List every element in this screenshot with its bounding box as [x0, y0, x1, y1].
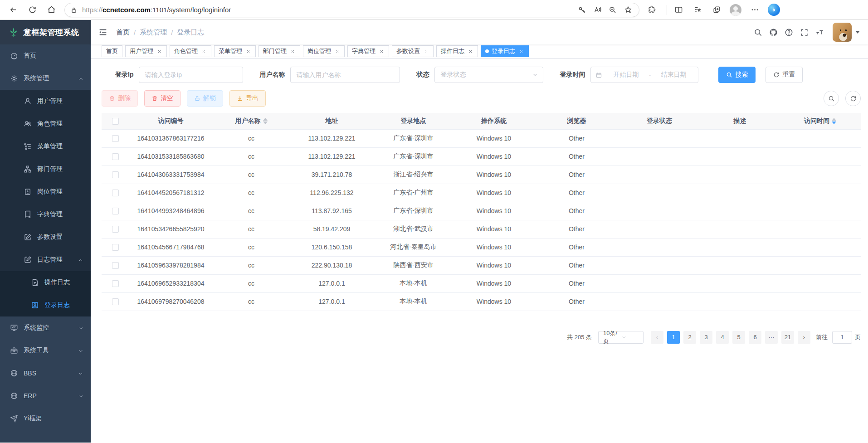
delete-button[interactable]: 删除: [102, 90, 138, 107]
clear-button[interactable]: 清空: [144, 90, 180, 107]
prev-page-button[interactable]: ‹: [651, 331, 663, 344]
table-row[interactable]: 1641031533185863680cc113.102.129.221广东省-…: [102, 147, 861, 166]
close-icon[interactable]: [378, 48, 385, 54]
sidebar-item[interactable]: 字典管理: [0, 203, 91, 226]
fullscreen-icon[interactable]: [796, 25, 812, 39]
toggle-search-button[interactable]: [824, 91, 839, 106]
table-row[interactable]: 1641059633978281984cc222.90.130.18陕西省-西安…: [102, 256, 861, 274]
read-aloud-icon[interactable]: [591, 4, 604, 16]
date-range-picker[interactable]: 开始日期 - 结束日期: [590, 67, 698, 83]
back-icon[interactable]: [5, 2, 21, 18]
page-button[interactable]: 21: [781, 331, 794, 344]
row-checkbox[interactable]: [112, 171, 119, 178]
table-row[interactable]: 1641054566717984768cc120.6.150.158河北省-秦皇…: [102, 238, 861, 256]
table-row[interactable]: 1641044520567181312cc112.96.225.132广东省-广…: [102, 184, 861, 202]
more-pages-button[interactable]: ···: [765, 331, 778, 344]
login-ip-input[interactable]: [139, 67, 243, 83]
sidebar-item[interactable]: 首页: [0, 44, 91, 67]
tab[interactable]: 菜单管理: [214, 45, 256, 57]
reset-button[interactable]: 重置: [766, 67, 803, 83]
tab[interactable]: 岗位管理: [303, 45, 345, 57]
row-checkbox[interactable]: [112, 262, 119, 269]
sidebar-item[interactable]: BBS: [0, 362, 91, 385]
tab[interactable]: 操作日志: [436, 45, 478, 57]
home-icon[interactable]: [44, 2, 59, 18]
page-button[interactable]: 1: [667, 331, 680, 344]
tab[interactable]: 登录日志: [481, 45, 529, 57]
sort-carets-icon[interactable]: [263, 118, 268, 124]
table-row[interactable]: 1641053426655825920cc58.19.42.209湖北省-武汉市…: [102, 220, 861, 238]
page-button[interactable]: 6: [749, 331, 761, 344]
column-header[interactable]: 访问时间: [780, 113, 861, 129]
row-checkbox[interactable]: [112, 226, 119, 233]
sidebar-item[interactable]: 菜单管理: [0, 135, 91, 158]
row-checkbox[interactable]: [112, 208, 119, 214]
more-icon[interactable]: [747, 2, 762, 18]
collections-icon[interactable]: [690, 2, 705, 18]
avatar[interactable]: [833, 23, 852, 42]
sidebar-item[interactable]: 日志管理: [0, 248, 91, 271]
row-checkbox[interactable]: [112, 280, 119, 287]
address-bar[interactable]: https://ccnetcore.com:1101/system/log/lo…: [64, 3, 639, 17]
table-row[interactable]: 1641069798270046208cc127.0.0.1本地-本机Windo…: [102, 292, 861, 311]
add-favorite-icon[interactable]: [622, 4, 634, 16]
column-header[interactable]: 用户名称: [213, 113, 290, 129]
help-icon[interactable]: [781, 25, 796, 39]
table-row[interactable]: 1641069652933218304cc127.0.0.1本地-本机Windo…: [102, 274, 861, 292]
github-icon[interactable]: [766, 25, 781, 39]
page-button[interactable]: 5: [732, 331, 745, 344]
table-row[interactable]: 1641044993248464896cc113.87.92.165广东省-深圳…: [102, 202, 861, 220]
page-button[interactable]: 4: [716, 331, 729, 344]
sidebar-item[interactable]: ERP: [0, 385, 91, 407]
caret-down-icon[interactable]: [855, 31, 860, 34]
sidebar-item[interactable]: 系统工具: [0, 339, 91, 362]
tab[interactable]: 字典管理: [347, 45, 389, 57]
row-checkbox[interactable]: [112, 135, 119, 142]
page-size-select[interactable]: 10条/页: [598, 331, 644, 344]
copilot-icon[interactable]: [766, 2, 781, 18]
duplicate-tab-icon[interactable]: [709, 2, 724, 18]
sidebar-item[interactable]: 角色管理: [0, 112, 91, 135]
tab[interactable]: 首页: [102, 45, 122, 57]
refresh-table-button[interactable]: [845, 91, 861, 106]
table-row[interactable]: 1641043063331753984cc39.171.210.78浙江省-绍兴…: [102, 166, 861, 184]
sidebar-item[interactable]: Yi框架: [0, 407, 91, 430]
sidebar-item[interactable]: 部门管理: [0, 158, 91, 180]
page-button[interactable]: 3: [700, 331, 712, 344]
close-icon[interactable]: [334, 48, 340, 54]
tab[interactable]: 用户管理: [125, 45, 167, 57]
close-icon[interactable]: [518, 48, 524, 54]
sidebar-item[interactable]: 登录日志: [0, 294, 91, 316]
page-button[interactable]: 2: [683, 331, 696, 344]
password-key-icon[interactable]: [575, 4, 588, 16]
split-screen-icon[interactable]: [671, 2, 686, 18]
sidebar-item[interactable]: 用户管理: [0, 90, 91, 112]
select-all-checkbox[interactable]: [112, 118, 119, 125]
search-icon[interactable]: [750, 25, 766, 39]
sidebar-item[interactable]: 系统监控: [0, 316, 91, 339]
close-icon[interactable]: [156, 48, 162, 54]
user-name-input[interactable]: [290, 67, 400, 83]
close-icon[interactable]: [423, 48, 429, 54]
sort-carets-icon[interactable]: [832, 118, 836, 124]
refresh-icon[interactable]: [24, 2, 40, 18]
row-checkbox[interactable]: [112, 244, 119, 251]
menu-fold-icon[interactable]: [98, 27, 108, 37]
extensions-icon[interactable]: [644, 2, 659, 18]
tab[interactable]: 角色管理: [170, 45, 211, 57]
tab[interactable]: 参数设置: [392, 45, 434, 57]
sidebar-item[interactable]: 参数设置: [0, 226, 91, 248]
table-row[interactable]: 1641031367863177216cc113.102.129.221广东省-…: [102, 129, 861, 147]
search-button[interactable]: 搜索: [718, 67, 756, 83]
close-icon[interactable]: [200, 48, 207, 54]
row-checkbox[interactable]: [112, 153, 119, 160]
export-button[interactable]: 导出: [229, 90, 266, 107]
status-select[interactable]: 登录状态: [434, 67, 543, 83]
close-icon[interactable]: [245, 48, 251, 54]
next-page-button[interactable]: ›: [798, 331, 810, 344]
close-icon[interactable]: [289, 48, 296, 54]
unlock-button[interactable]: 解锁: [187, 90, 223, 107]
sidebar-item[interactable]: 岗位管理: [0, 180, 91, 203]
browser-profile-icon[interactable]: [728, 2, 743, 18]
tab[interactable]: 部门管理: [258, 45, 300, 57]
